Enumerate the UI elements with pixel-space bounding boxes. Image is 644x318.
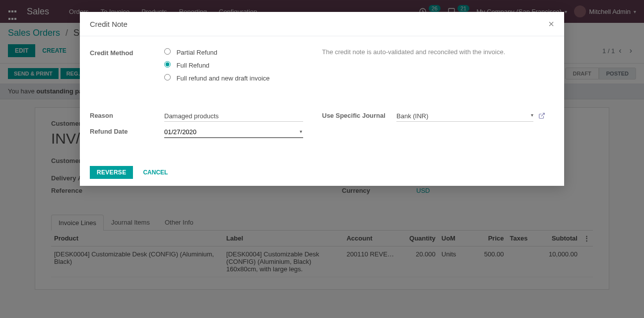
radio-input-full-new[interactable]: [164, 74, 171, 80]
radio-full-refund[interactable]: Full Refund: [164, 61, 322, 69]
reason-label: Reason: [90, 111, 164, 122]
radio-input-full[interactable]: [164, 61, 171, 68]
external-link-icon[interactable]: [538, 112, 545, 121]
journal-value: Bank (INR): [396, 112, 428, 120]
refund-date-label: Refund Date: [90, 127, 164, 138]
radio-full-new-draft[interactable]: Full refund and new draft invoice: [164, 74, 322, 82]
modal-title: Credit Note: [90, 20, 128, 28]
credit-method-helptext: The credit note is auto-validated and re…: [322, 48, 505, 87]
journal-label: Use Specific Journal: [322, 111, 396, 122]
credit-method-label: Credit Method: [90, 48, 164, 87]
close-icon[interactable]: ×: [548, 19, 554, 29]
journal-select[interactable]: Bank (INR) ▾: [396, 111, 533, 122]
credit-method-radios: Partial Refund Full Refund Full refund a…: [164, 48, 322, 87]
cancel-button[interactable]: CANCEL: [136, 166, 175, 179]
reverse-button[interactable]: REVERSE: [90, 166, 133, 179]
credit-note-modal: Credit Note × Credit Method Partial Refu…: [80, 12, 564, 186]
reason-input[interactable]: [164, 111, 303, 122]
refund-date-field[interactable]: ▾: [164, 127, 303, 138]
svg-line-1: [541, 113, 544, 116]
modal-backdrop[interactable]: Credit Note × Credit Method Partial Refu…: [0, 0, 644, 318]
radio-partial-refund[interactable]: Partial Refund: [164, 48, 322, 56]
radio-input-partial[interactable]: [164, 48, 171, 55]
chevron-down-icon: ▾: [531, 112, 533, 120]
refund-date-input[interactable]: [164, 127, 303, 137]
